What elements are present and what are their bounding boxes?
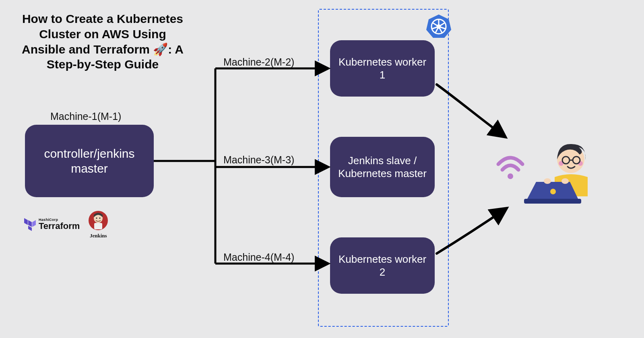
node-k8s-worker-1: Kubernetes worker 1 <box>330 40 435 97</box>
node-controller: controller/jenkins master <box>25 125 154 197</box>
wifi-icon <box>498 158 522 179</box>
svg-marker-10 <box>24 218 28 225</box>
label-machine-4: Machine-4(M-4) <box>223 251 294 263</box>
svg-rect-26 <box>524 199 581 204</box>
svg-point-28 <box>544 178 551 184</box>
page-title: How to Create a Kubernetes Cluster on AW… <box>16 11 189 72</box>
label-machine-1: Machine-1(M-1) <box>50 111 121 122</box>
svg-marker-12 <box>32 220 36 227</box>
svg-marker-11 <box>28 220 32 227</box>
node-jenkins-slave-k8s-master: Jenkins slave / Kubernetes master <box>330 137 435 197</box>
label-machine-2: Machine-2(M-2) <box>223 56 294 68</box>
user-with-laptop-icon <box>486 140 607 212</box>
tool-logos: HashiCorp Terraform Jenkins <box>24 209 109 239</box>
svg-rect-16 <box>94 223 102 229</box>
jenkins-label: Jenkins <box>90 233 107 239</box>
node-k8s-worker-2: Kubernetes worker 2 <box>330 237 435 294</box>
jenkins-logo: Jenkins <box>87 209 109 239</box>
svg-point-29 <box>561 178 569 184</box>
terraform-logo: HashiCorp Terraform <box>24 217 80 231</box>
svg-point-19 <box>508 173 513 179</box>
svg-point-17 <box>96 217 97 218</box>
kubernetes-icon <box>426 14 452 39</box>
label-machine-3: Machine-3(M-3) <box>223 154 294 166</box>
svg-point-18 <box>99 217 101 218</box>
svg-point-27 <box>550 189 556 194</box>
terraform-label: Terraform <box>39 222 80 231</box>
